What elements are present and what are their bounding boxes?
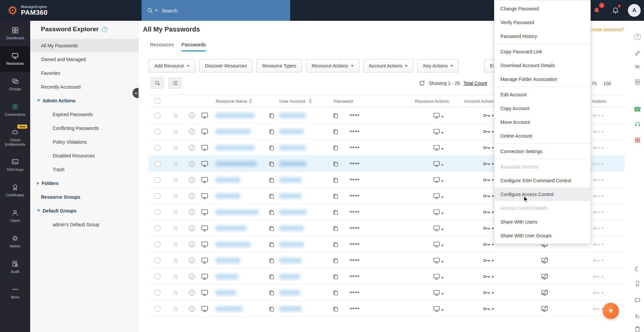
menu-item[interactable]: Password History	[494, 29, 590, 43]
explorer-item-all-my-passwords[interactable]: All My Passwords	[30, 39, 139, 52]
explorer-item-admins-default-group[interactable]: admin's Default Group	[30, 218, 139, 231]
row-checkbox[interactable]	[155, 274, 160, 279]
menu-item[interactable]: Manage Folder Association	[494, 72, 590, 86]
resource-actions-button[interactable]	[433, 257, 444, 264]
copy-account-icon[interactable]	[269, 241, 274, 247]
row-checkbox[interactable]	[155, 129, 160, 134]
explorer-item-favorites[interactable]: Favorites	[30, 66, 139, 80]
copy-account-icon[interactable]	[269, 193, 274, 199]
resource-actions-button[interactable]	[433, 209, 444, 215]
info-icon[interactable]: i	[189, 241, 195, 247]
resource-actions-button[interactable]	[433, 112, 444, 118]
toolbar-button[interactable]: Account Actions	[363, 59, 414, 73]
explorer-group-default-groups[interactable]: Default Groups	[30, 204, 139, 218]
info-icon[interactable]: i	[189, 129, 195, 134]
nav-ssh-keys[interactable]: SSH Keys	[0, 152, 30, 178]
resource-name-redacted[interactable]	[216, 306, 243, 311]
total-count-link[interactable]: Total Count	[463, 81, 487, 86]
feedback-mail-icon[interactable]: ✉	[631, 60, 644, 74]
row-checkbox[interactable]	[155, 177, 160, 183]
favorite-star-icon[interactable]: ☆	[173, 193, 178, 199]
password-actions-button[interactable]	[593, 290, 604, 295]
page-size-option[interactable]: 100	[603, 81, 611, 86]
info-icon[interactable]: i	[189, 209, 195, 215]
notifications-bell-icon[interactable]	[609, 4, 622, 17]
account-actions-button[interactable]	[483, 129, 494, 134]
account-actions-button[interactable]	[483, 145, 494, 150]
resource-actions-button[interactable]	[433, 144, 444, 151]
info-icon[interactable]: i	[189, 177, 195, 183]
user-avatar[interactable]: A	[628, 4, 641, 17]
row-checkbox[interactable]	[155, 306, 160, 312]
copy-account-icon[interactable]	[269, 145, 274, 150]
copy-password-icon[interactable]	[333, 145, 338, 150]
favorite-star-icon[interactable]: ☆	[173, 209, 178, 215]
password-actions-button[interactable]	[593, 129, 604, 134]
sync-icon[interactable]: ↻	[631, 310, 644, 323]
search-scope-caret-icon[interactable]	[155, 10, 158, 11]
password-actions-button[interactable]	[593, 258, 604, 263]
explorer-group-folders[interactable]: Folders	[30, 176, 139, 190]
row-checkbox[interactable]	[155, 226, 160, 231]
resource-actions-button[interactable]	[433, 128, 444, 135]
menu-item[interactable]: Change Password	[494, 2, 590, 15]
copy-account-icon[interactable]	[269, 161, 274, 167]
resource-name-redacted[interactable]	[216, 274, 238, 279]
copy-password-icon[interactable]	[333, 209, 338, 215]
nav-audit[interactable]: Audit	[0, 254, 30, 280]
refresh-icon[interactable]	[419, 80, 425, 87]
copy-account-icon[interactable]	[269, 274, 274, 279]
password-actions-button[interactable]	[593, 274, 604, 279]
sort-user-account[interactable]	[309, 99, 312, 103]
phone-support-icon[interactable]: ☎	[631, 102, 644, 116]
chat-icon[interactable]	[631, 293, 644, 307]
explorer-item-resource-groups[interactable]: Resource Groups	[30, 190, 139, 204]
favorite-star-icon[interactable]: ☆	[173, 112, 178, 118]
favorite-star-icon[interactable]: ☆	[173, 128, 178, 135]
search-input[interactable]	[162, 8, 285, 13]
copy-password-icon[interactable]	[333, 241, 338, 247]
resource-name-redacted[interactable]	[216, 145, 255, 150]
toolbar-button[interactable]: Resource Types	[257, 59, 302, 73]
explorer-group-admin-actions[interactable]: Admin Actions	[30, 94, 139, 107]
link-icon[interactable]	[631, 46, 644, 60]
menu-item[interactable]: Share With User Groups	[494, 229, 590, 242]
menu-item[interactable]: Edit Account	[494, 88, 590, 101]
password-actions-button[interactable]	[593, 161, 604, 166]
account-actions-button[interactable]	[483, 178, 494, 182]
copy-password-icon[interactable]	[333, 161, 338, 167]
account-actions-button[interactable]	[483, 274, 494, 279]
toolbar-button[interactable]: Discover Resources	[199, 59, 253, 73]
nav-admin[interactable]: Admin	[0, 229, 30, 254]
account-actions-button[interactable]	[483, 113, 494, 117]
resource-name-redacted[interactable]	[216, 161, 257, 166]
tab-resources[interactable]: Resources	[150, 42, 174, 51]
password-actions-button[interactable]	[593, 145, 604, 150]
resource-actions-button[interactable]	[433, 193, 444, 199]
resource-name-redacted[interactable]	[216, 129, 251, 134]
copy-account-icon[interactable]	[269, 112, 274, 118]
favorite-star-icon[interactable]: ☆	[173, 160, 178, 167]
info-icon[interactable]: i	[189, 306, 195, 312]
menu-item[interactable]: Download Account Details	[494, 58, 590, 72]
row-checkbox[interactable]	[155, 209, 160, 215]
sort-resource-name[interactable]	[249, 99, 252, 103]
explorer-item-policy-violations[interactable]: Policy Violations	[30, 135, 139, 149]
resource-name-redacted[interactable]	[216, 113, 255, 118]
info-icon[interactable]: i	[189, 257, 195, 263]
password-actions-button[interactable]	[593, 242, 604, 246]
password-actions-button[interactable]	[593, 194, 604, 198]
info-icon[interactable]: i	[189, 290, 195, 295]
copy-account-icon[interactable]	[269, 209, 274, 215]
remote-session-disabled-icon[interactable]	[541, 273, 548, 280]
info-icon[interactable]: i	[189, 193, 195, 199]
favorite-star-icon[interactable]: ☆	[173, 305, 178, 312]
nav-cloud-entitlements[interactable]: Cloud Entitlements New	[0, 123, 30, 152]
request-document-icon[interactable]	[631, 75, 644, 89]
nav-more[interactable]: More	[0, 280, 30, 305]
nav-connections[interactable]: Connections	[0, 97, 30, 123]
row-checkbox[interactable]	[155, 193, 160, 199]
account-actions-button[interactable]	[483, 226, 494, 230]
dark-mode-moon-icon[interactable]: ☾	[631, 262, 644, 276]
live-support-headset-icon[interactable]	[631, 117, 644, 131]
